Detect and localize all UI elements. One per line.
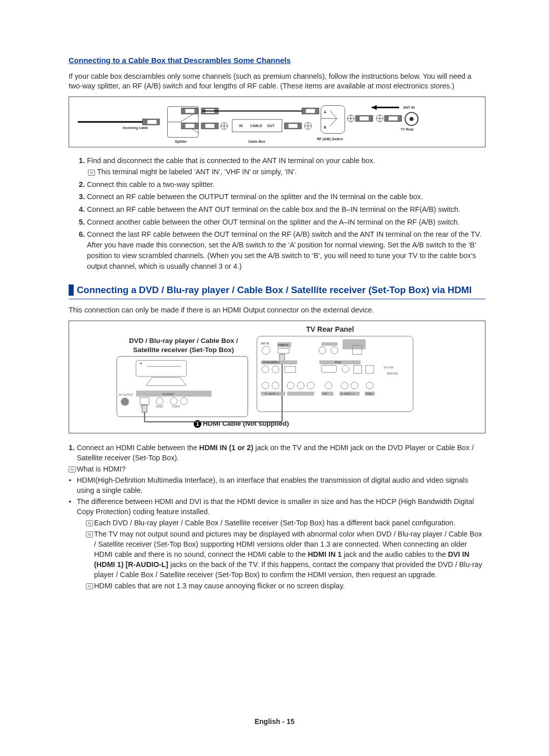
step-1: Find and disconnect the cable that is co… bbox=[87, 155, 485, 177]
svg-point-91 bbox=[272, 366, 279, 373]
hdmi-diagram: TV Rear Panel DVD / Blu-ray player / Cab… bbox=[69, 321, 485, 433]
svg-rect-57 bbox=[136, 360, 187, 376]
svg-text:OUT: OUT bbox=[322, 392, 327, 395]
note-icon: N bbox=[88, 170, 95, 176]
svg-rect-32 bbox=[306, 109, 315, 113]
section-title-bar: Connecting a DVD / Blu-ray player / Cabl… bbox=[69, 285, 485, 299]
section2-intro: This connection can only be made if ther… bbox=[69, 305, 485, 315]
note-icon: N bbox=[69, 466, 76, 472]
svg-point-84 bbox=[319, 346, 326, 354]
step-2: Connect this cable to a two-way splitter… bbox=[87, 179, 485, 190]
svg-rect-65 bbox=[156, 397, 163, 404]
svg-text:R - AUDIO - L: R - AUDIO - L bbox=[341, 392, 355, 395]
steps-list: Find and disconnect the cable that is co… bbox=[69, 155, 485, 272]
hdmi-note-3: N HDMI cables that are not 1.3 may cause… bbox=[86, 581, 485, 591]
svg-text:Cable Box: Cable Box bbox=[248, 140, 265, 143]
svg-text:TV Rear: TV Rear bbox=[401, 127, 414, 131]
svg-point-107 bbox=[366, 382, 373, 389]
svg-rect-63 bbox=[140, 397, 149, 404]
step-5: Connect another cable between the other … bbox=[87, 217, 485, 228]
svg-point-85 bbox=[331, 346, 338, 354]
step-6: Connect the last RF cable between the OU… bbox=[87, 229, 485, 271]
svg-text:VIDEO: VIDEO bbox=[365, 392, 373, 395]
svg-rect-2 bbox=[147, 120, 157, 124]
svg-text:ANT IN: ANT IN bbox=[403, 105, 415, 109]
svg-point-106 bbox=[351, 382, 358, 389]
step-3: Connect an RF cable between the OUTPUT t… bbox=[87, 192, 485, 202]
svg-point-90 bbox=[262, 366, 269, 373]
svg-marker-60 bbox=[146, 377, 186, 386]
svg-text:DVI IN (HDMI 1): DVI IN (HDMI 1) bbox=[263, 361, 280, 364]
svg-rect-26 bbox=[289, 124, 298, 128]
what-is-hdmi: N What is HDMI? bbox=[69, 464, 485, 474]
subsection-heading: Connecting to a Cable Box that Descrambl… bbox=[69, 56, 485, 65]
svg-point-54 bbox=[410, 117, 414, 121]
svg-rect-67 bbox=[170, 397, 177, 404]
note-icon: N bbox=[86, 531, 93, 538]
svg-text:RF (A/B) Switch: RF (A/B) Switch bbox=[317, 137, 343, 141]
hdmi-step-1: 1. Connect an HDMI Cable between the HDM… bbox=[69, 443, 485, 463]
svg-text:EX-LINK: EX-LINK bbox=[384, 366, 394, 369]
svg-point-70 bbox=[121, 397, 129, 405]
svg-marker-51 bbox=[372, 105, 377, 110]
step-4: Connect an RF cable between the ANT OUT … bbox=[87, 204, 485, 215]
svg-point-96 bbox=[342, 365, 349, 372]
svg-text:SERVICE: SERVICE bbox=[387, 372, 398, 375]
svg-text:OUTPUT: OUTPUT bbox=[162, 392, 175, 395]
svg-line-38 bbox=[330, 118, 337, 127]
note-icon: N bbox=[86, 583, 93, 589]
svg-rect-86 bbox=[321, 342, 338, 345]
svg-rect-68 bbox=[180, 397, 188, 404]
svg-rect-83 bbox=[343, 339, 366, 349]
svg-point-99 bbox=[262, 382, 269, 389]
hdmi-note-2: N The TV may not output sound and pictur… bbox=[86, 529, 485, 580]
svg-rect-92 bbox=[285, 366, 296, 372]
svg-rect-82 bbox=[278, 348, 289, 353]
svg-rect-10 bbox=[186, 109, 195, 113]
svg-rect-14 bbox=[186, 124, 195, 128]
hdmi-bullet-1: HDMI(High-Definition Multimedia Interfac… bbox=[69, 475, 485, 495]
svg-text:PC IN: PC IN bbox=[335, 361, 341, 364]
svg-text:ANT IN: ANT IN bbox=[261, 342, 269, 344]
svg-rect-16 bbox=[205, 124, 215, 128]
svg-rect-95 bbox=[321, 365, 337, 372]
svg-point-104 bbox=[325, 382, 332, 389]
svg-point-105 bbox=[341, 382, 348, 389]
intro-paragraph: If your cable box descrambles only some … bbox=[69, 72, 485, 91]
svg-text:R - AUDIO - L: R - AUDIO - L bbox=[265, 392, 279, 395]
svg-point-100 bbox=[272, 382, 279, 389]
svg-point-80 bbox=[262, 346, 270, 354]
svg-text:CABLE: CABLE bbox=[250, 123, 262, 127]
svg-rect-33 bbox=[321, 105, 345, 133]
svg-rect-76 bbox=[280, 354, 285, 361]
svg-text:VIDEO: VIDEO bbox=[156, 405, 164, 408]
svg-text:Splitter: Splitter bbox=[175, 140, 187, 144]
page-footer: English - 15 bbox=[0, 717, 549, 726]
svg-rect-49 bbox=[389, 116, 398, 120]
svg-text:A: A bbox=[324, 110, 326, 114]
svg-rect-56 bbox=[117, 356, 248, 417]
svg-text:IN: IN bbox=[239, 123, 243, 127]
svg-point-102 bbox=[297, 382, 304, 389]
svg-point-58 bbox=[140, 362, 142, 364]
section-title: Connecting a DVD / Blu-ray player / Cabl… bbox=[77, 285, 472, 296]
svg-rect-97 bbox=[354, 365, 362, 373]
svg-text:RF OUTPUT: RF OUTPUT bbox=[119, 393, 133, 396]
svg-text:AUDIO: AUDIO bbox=[172, 405, 180, 408]
svg-text:OUT: OUT bbox=[267, 123, 274, 127]
svg-line-37 bbox=[330, 110, 337, 118]
hdmi-bullet-2: The difference between HDMI and DVI is t… bbox=[69, 496, 485, 517]
svg-point-101 bbox=[287, 382, 294, 389]
svg-text:Incoming cable: Incoming cable bbox=[123, 125, 148, 130]
note-icon: N bbox=[86, 520, 93, 526]
hdmi-note-1: N Each DVD / Blu-ray player / Cable Box … bbox=[86, 518, 485, 528]
svg-rect-98 bbox=[365, 365, 374, 373]
svg-text:B: B bbox=[324, 125, 326, 129]
svg-rect-44 bbox=[360, 116, 369, 120]
svg-text:HDMI IN: HDMI IN bbox=[279, 343, 288, 346]
svg-rect-109 bbox=[287, 391, 315, 395]
svg-point-103 bbox=[307, 382, 314, 389]
cable-diagram: Incoming cable Splitter IN CABLE OUT Cab… bbox=[69, 97, 485, 147]
svg-rect-72 bbox=[142, 405, 147, 412]
